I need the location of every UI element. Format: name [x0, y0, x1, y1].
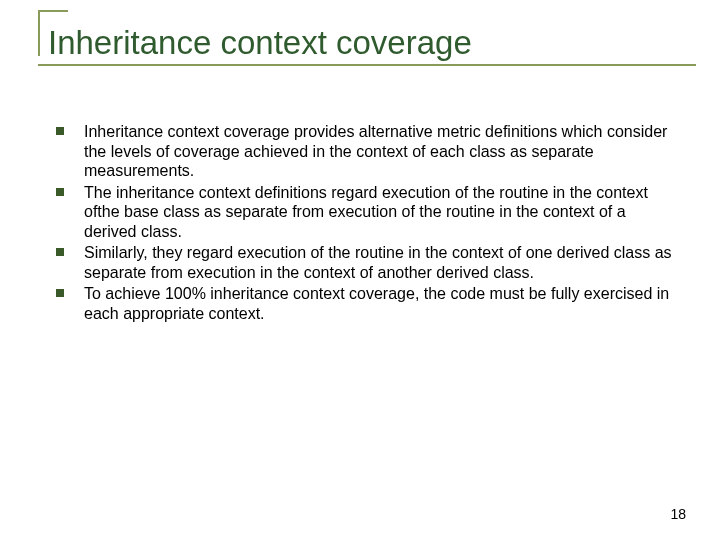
list-item: Inheritance context coverage provides al… [56, 122, 676, 181]
square-bullet-icon [56, 289, 64, 297]
slide: Inheritance context coverage Inheritance… [0, 0, 720, 540]
list-item: The inheritance context definitions rega… [56, 183, 676, 242]
square-bullet-icon [56, 188, 64, 196]
list-item-text: To achieve 100% inheritance context cove… [84, 285, 669, 322]
list-item: To achieve 100% inheritance context cove… [56, 284, 676, 323]
page-number: 18 [670, 506, 686, 522]
list-item-text: Similarly, they regard execution of the … [84, 244, 672, 281]
bullet-list: Inheritance context coverage provides al… [56, 122, 676, 323]
title-underline [38, 64, 696, 66]
list-item: Similarly, they regard execution of the … [56, 243, 676, 282]
title-corner-top [38, 10, 68, 12]
slide-title: Inheritance context coverage [34, 18, 686, 62]
list-item-text: The inheritance context definitions rega… [84, 184, 648, 240]
title-corner-left [38, 10, 40, 56]
slide-content: Inheritance context coverage provides al… [34, 122, 686, 323]
list-item-text: Inheritance context coverage provides al… [84, 123, 667, 179]
square-bullet-icon [56, 248, 64, 256]
square-bullet-icon [56, 127, 64, 135]
